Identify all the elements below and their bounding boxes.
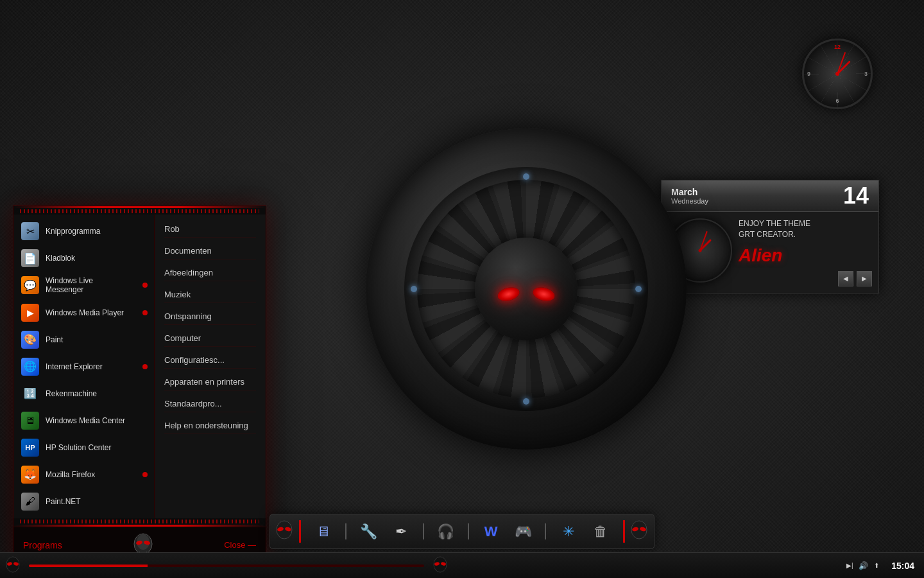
mini-clock-center <box>699 249 702 252</box>
clock-num-9: 9 <box>807 71 810 77</box>
start-item-paint[interactable]: 🎨 Paint <box>13 326 154 353</box>
ie-red-dot <box>142 364 148 369</box>
start-item-knipprogramma[interactable]: ✂ Knipprogramma <box>13 218 154 245</box>
calendar-navigation: ◀ ▶ <box>838 271 872 286</box>
alien-brand-text: Alien <box>739 245 872 266</box>
dock-left-alien-svg <box>273 520 296 543</box>
firefox-icon: 🦊 <box>21 466 39 484</box>
turbine-dot-right <box>635 286 642 292</box>
messenger-icon: 💬 <box>21 276 39 294</box>
start-item-kladblok[interactable]: 📄 Kladblok <box>13 245 154 272</box>
start-right-standaard[interactable]: Standaardpro... <box>164 396 256 412</box>
pen-icon: ✒ <box>395 523 407 540</box>
taskbar-system-tray: ▶| 🔊 ⬆ 15:04 <box>844 561 921 571</box>
dock-icon-tools[interactable]: 🔧 <box>358 521 379 542</box>
dock-icon-gamepad[interactable]: 🎮 <box>513 521 533 542</box>
start-item-rekenmachine[interactable]: 🔢 Rekenmachine <box>13 380 154 407</box>
dock-icon-headphones[interactable]: 🎧 <box>436 521 456 542</box>
calendar-next-button[interactable]: ▶ <box>857 271 872 286</box>
start-item-firefox[interactable]: 🦊 Mozilla Firefox <box>13 461 154 488</box>
clock-widget: 12 3 6 9 <box>802 39 873 109</box>
start-menu-dots-top <box>20 209 259 213</box>
taskbar: ▶| 🔊 ⬆ 15:04 <box>0 552 924 578</box>
dock-right-separator <box>623 520 625 543</box>
trash-icon: 🗑 <box>594 523 608 540</box>
start-right-apparaten[interactable]: Apparaten en printers <box>164 374 256 390</box>
programs-button[interactable]: Programs <box>23 540 62 550</box>
dock-left-separator <box>299 520 301 543</box>
taskbar-volume-icon[interactable]: 🔊 <box>858 561 868 571</box>
hp-icon: HP <box>21 439 39 457</box>
dock-bar: 🖥 🔧 ✒ 🎧 W <box>270 514 654 549</box>
rekenmachine-icon: 🔢 <box>21 385 39 403</box>
message-line1: ENJOY THE THEME <box>739 218 872 229</box>
start-right-muziek[interactable]: Muziek <box>164 286 256 303</box>
start-right-afbeeldingen[interactable]: Afbeeldingen <box>164 265 256 281</box>
alien-head <box>475 238 578 340</box>
clock-num-12: 12 <box>834 44 841 50</box>
firefox-label: Mozilla Firefox <box>46 470 95 479</box>
tools-icon: 🔧 <box>360 523 377 540</box>
calendar-widget: March Wednesday 14 ENJOY THE THEME GRT C… <box>661 180 879 293</box>
paintnet-icon: 🖌 <box>21 493 39 511</box>
wmp-label: Windows Media Player <box>46 308 124 317</box>
start-menu: ✂ Knipprogramma 📄 Kladblok 💬 Windows Liv… <box>13 206 266 564</box>
ie-label: Internet Explorer <box>46 362 103 371</box>
turbine-dot-bottom <box>523 398 529 405</box>
wmp-red-dot <box>142 310 148 315</box>
taskbar-play-icon[interactable]: ▶| <box>844 561 855 571</box>
start-item-messenger[interactable]: 💬 Windows LiveMessenger <box>13 272 154 299</box>
clock-num-3: 3 <box>864 71 868 77</box>
start-right-computer[interactable]: Computer <box>164 330 256 347</box>
turbine-dot-top <box>523 173 529 180</box>
start-item-paintnet[interactable]: 🖌 Paint.NET <box>13 488 154 515</box>
start-right-config[interactable]: Configuratiesc... <box>164 352 256 369</box>
start-right-rob[interactable]: Rob <box>164 221 256 238</box>
start-right-help[interactable]: Help en ondersteuning <box>164 417 256 434</box>
kladblok-label: Kladblok <box>46 254 75 263</box>
hp-label: HP Solution Center <box>46 443 112 452</box>
dock-icon-monitor[interactable]: 🖥 <box>313 521 334 542</box>
start-item-hp[interactable]: HP HP Solution Center <box>13 434 154 461</box>
enjoy-text: ENJOY THE THEME GRT CREATOR. <box>739 218 872 240</box>
paint-label: Paint <box>46 335 63 344</box>
word-icon: W <box>484 523 498 540</box>
start-right-documenten[interactable]: Documenten <box>164 243 256 259</box>
dock-alien-right <box>628 520 651 543</box>
clock-face: 12 3 6 9 <box>802 39 873 109</box>
turbine-container <box>366 128 687 450</box>
taskbar-progress-bar <box>29 565 424 567</box>
alien-eye-right <box>531 285 556 302</box>
dock-divider-1 <box>345 523 346 539</box>
message-line2: GRT CREATOR. <box>739 229 872 240</box>
calendar-header: March Wednesday 14 <box>662 180 878 212</box>
dock-icon-arrows[interactable]: ✳ <box>558 521 579 542</box>
taskbar-network-icon[interactable]: ⬆ <box>871 561 882 571</box>
close-button[interactable]: Close — <box>224 540 256 550</box>
dock-icon-trash[interactable]: 🗑 <box>590 521 611 542</box>
calendar-day: 14 <box>843 184 869 207</box>
clock-center-dot <box>835 72 839 76</box>
dock-icon-pen[interactable]: ✒ <box>391 521 411 542</box>
start-right-ontspanning[interactable]: Ontspanning <box>164 308 256 325</box>
kladblok-icon: 📄 <box>21 249 39 267</box>
monitor-icon: 🖥 <box>316 523 330 540</box>
start-menu-content: ✂ Knipprogramma 📄 Kladblok 💬 Windows Liv… <box>13 215 266 518</box>
knipprogramma-label: Knipprogramma <box>46 227 100 236</box>
wmc-icon: 🖥 <box>21 412 39 430</box>
start-item-wmp[interactable]: ▶ Windows Media Player <box>13 299 154 326</box>
calendar-prev-button[interactable]: ◀ <box>838 271 853 286</box>
start-item-wmc[interactable]: 🖥 Windows Media Center <box>13 407 154 434</box>
dock-icons: 🖥 🔧 ✒ 🎧 W <box>304 521 620 542</box>
wmp-icon: ▶ <box>21 304 39 322</box>
wmc-label: Windows Media Center <box>46 416 125 425</box>
dock-divider-4 <box>545 523 546 539</box>
knipprogramma-icon: ✂ <box>21 222 39 240</box>
firefox-red-dot <box>142 472 148 477</box>
dock-icon-word[interactable]: W <box>481 521 501 542</box>
arrows-icon: ✳ <box>563 523 574 540</box>
messenger-red-dot <box>142 283 148 288</box>
start-item-ie[interactable]: 🌐 Internet Explorer <box>13 353 154 380</box>
headphones-icon: 🎧 <box>437 523 454 540</box>
messenger-label: Windows LiveMessenger <box>46 276 93 295</box>
